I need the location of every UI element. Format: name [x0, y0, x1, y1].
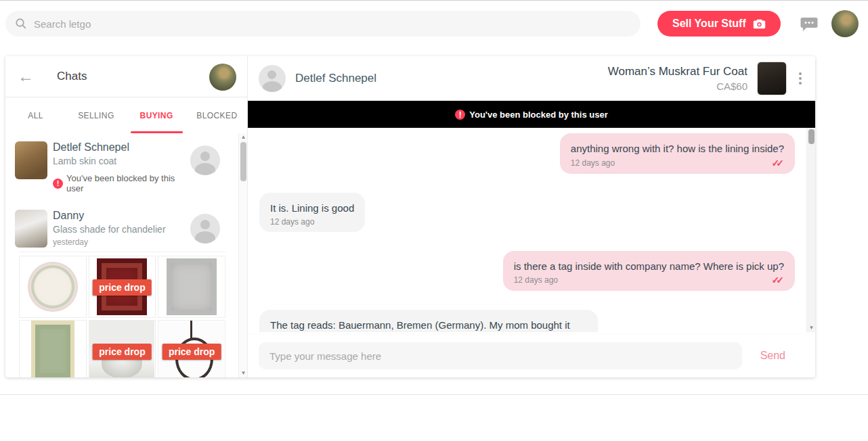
sell-button-label: Sell Your Stuff: [672, 18, 746, 30]
scrollbar-thumb[interactable]: [240, 142, 246, 181]
list-item-danny[interactable]: Danny Glass shade for chandelier yesterd…: [5, 202, 247, 253]
camera-icon: [753, 18, 766, 29]
price-drop-badge: price drop: [162, 344, 221, 360]
product-meta: Woman’s Muskrat Fur Coat CA$60: [608, 65, 747, 92]
search-input[interactable]: [34, 18, 631, 30]
footer-divider: [0, 394, 868, 395]
message-row: The tag reads: Bauermann, Bremen (German…: [248, 310, 815, 332]
scroll-down-icon[interactable]: ▼: [239, 369, 248, 377]
conversation-header: Detlef Schnepel Woman’s Muskrat Fur Coat…: [248, 56, 815, 101]
ad-image-round-rug[interactable]: [19, 256, 87, 318]
conversation-panel: Detlef Schnepel Woman’s Muskrat Fur Coat…: [248, 56, 815, 377]
tab-all[interactable]: ALL: [5, 97, 66, 133]
message-row: anything wrong with it? how is the linin…: [248, 133, 815, 174]
tab-blocked[interactable]: BLOCKED: [187, 97, 247, 133]
ad-image-orb-chandelier[interactable]: price drop: [158, 320, 225, 377]
scrollbar-thumb[interactable]: [808, 129, 815, 144]
message-bubble-received: It is. Lining is good 12 days ago: [259, 193, 365, 232]
ad-grid: price drop price drop price drop: [19, 256, 225, 377]
conversation-list: Detlef Schnepel Lamb skin coat ! You've …: [5, 133, 247, 377]
scroll-up-icon[interactable]: ▲: [239, 133, 248, 141]
chat-app-card: ← Chats ALL SELLING BUYING BLOCKED Detle…: [5, 56, 815, 377]
sell-your-stuff-button[interactable]: Sell Your Stuff: [657, 11, 781, 37]
ad-image-green-rug[interactable]: [19, 320, 87, 377]
chats-sidebar: ← Chats ALL SELLING BUYING BLOCKED Detle…: [5, 56, 248, 377]
tab-selling[interactable]: SELLING: [66, 97, 126, 133]
scroll-down-icon[interactable]: ▼: [807, 324, 815, 332]
search-icon: [15, 18, 27, 30]
blocked-banner-text: You've been blocked by this user: [469, 110, 607, 120]
blocked-banner: ! You've been blocked by this user: [248, 101, 815, 128]
message-time: 12 days ago: [514, 275, 558, 285]
conversation-info: Danny Glass shade for chandelier yesterd…: [53, 208, 190, 248]
message-row: is there a tag inside with company name?…: [248, 251, 815, 292]
item-thumbnail-lamb-coat: [15, 141, 47, 179]
contact-avatar-placeholder: [190, 145, 220, 175]
conversation-name: Danny: [53, 210, 190, 222]
double-check-icon: ✓✓: [772, 158, 784, 168]
product-thumbnail-fur-coat[interactable]: [757, 62, 787, 95]
letgo-chat-page: Sell Your Stuff ← Chats ALL SELLING BUYI…: [0, 0, 868, 441]
chat-bubble-icon[interactable]: [800, 17, 818, 32]
ad-image-gray-rug[interactable]: [158, 256, 225, 318]
conversation-item-title: Lamb skin coat: [53, 156, 190, 166]
message-list: anything wrong with it? how is the linin…: [248, 128, 815, 332]
alert-icon: !: [53, 179, 63, 189]
message-text: anything wrong with it? how is the linin…: [571, 141, 784, 156]
more-vert-icon[interactable]: [796, 68, 804, 89]
product-title: Woman’s Muskrat Fur Coat: [608, 65, 747, 78]
contact-name: Detlef Schnepel: [295, 72, 376, 85]
messages-scrollbar[interactable]: ▼: [806, 128, 815, 332]
conversation-item-title: Glass shade for chandelier: [53, 224, 190, 235]
user-avatar[interactable]: [831, 10, 859, 37]
message-bubble-received: The tag reads: Bauermann, Bremen (German…: [259, 310, 598, 332]
user-avatar-small[interactable]: [209, 64, 236, 91]
chat-filter-tabs: ALL SELLING BUYING BLOCKED: [5, 97, 247, 133]
top-bar: Sell Your Stuff: [0, 1, 868, 48]
price-drop-badge: price drop: [93, 344, 151, 360]
message-text: It is. Lining is good: [270, 201, 354, 216]
chats-header: ← Chats: [5, 56, 247, 97]
item-thumbnail-glass-shade: [15, 210, 47, 248]
tab-buying[interactable]: BUYING: [127, 97, 187, 133]
advertisement[interactable]: ✕ price drop price drop price drop: [19, 252, 225, 377]
product-price: CA$60: [608, 80, 747, 92]
ad-image-red-rug[interactable]: price drop: [89, 256, 156, 318]
message-input[interactable]: [259, 342, 742, 369]
product-summary: Woman’s Muskrat Fur Coat CA$60: [608, 56, 804, 101]
message-text: The tag reads: Bauermann, Bremen (German…: [270, 318, 587, 332]
message-time: 12 days ago: [571, 158, 615, 168]
message-time: 12 days ago: [270, 217, 314, 227]
contact-avatar-placeholder: [190, 214, 220, 243]
sidebar-scrollbar[interactable]: ▲ ▼: [238, 133, 247, 377]
message-bubble-sent: is there a tag inside with company name?…: [503, 251, 795, 292]
blocked-status-text: You've been blocked by this user: [66, 173, 190, 193]
message-bubble-sent: anything wrong with it? how is the linin…: [560, 133, 795, 174]
send-button[interactable]: Send: [760, 350, 785, 362]
conversation-time: yesterday: [53, 237, 190, 247]
price-drop-badge: price drop: [93, 279, 151, 296]
double-check-icon: ✓✓: [772, 275, 784, 285]
alert-icon: !: [455, 110, 465, 120]
conversation-info: Detlef Schnepel Lamb skin coat ! You've …: [53, 140, 190, 193]
ad-image-crystal-chandelier[interactable]: price drop: [89, 320, 156, 377]
chats-title: Chats: [57, 70, 87, 83]
back-arrow-icon[interactable]: ←: [18, 68, 34, 85]
contact-avatar-placeholder: [259, 65, 286, 92]
message-row: It is. Lining is good 12 days ago: [248, 193, 815, 232]
message-text: is there a tag inside with company name?…: [514, 259, 784, 274]
message-composer: Send: [248, 333, 815, 377]
list-item-detlef[interactable]: Detlef Schnepel Lamb skin coat ! You've …: [5, 133, 247, 199]
conversation-name: Detlef Schnepel: [53, 141, 190, 154]
search-box[interactable]: [5, 11, 641, 37]
blocked-status: ! You've been blocked by this user: [53, 173, 190, 193]
